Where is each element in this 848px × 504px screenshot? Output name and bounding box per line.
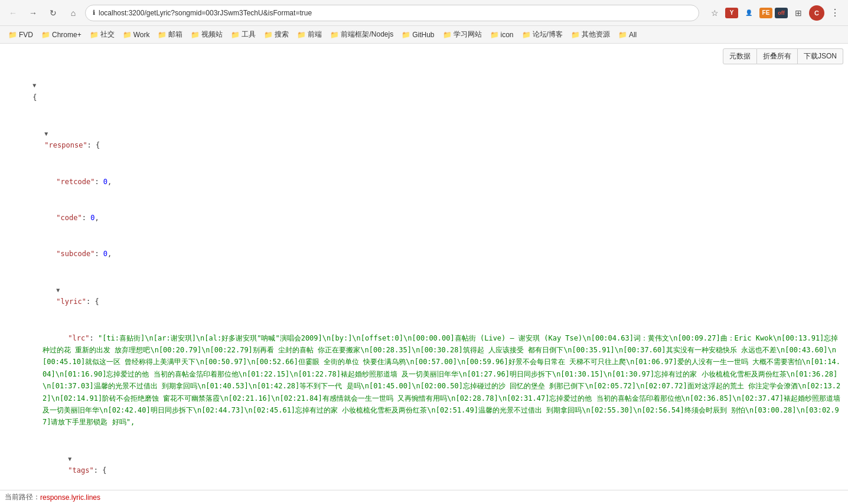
folder-icon: 📁 [191, 31, 200, 39]
bookmark-other[interactable]: 📁 其他资源 [567, 28, 614, 41]
bookmark-label: icon [501, 31, 514, 39]
folder-icon: 📁 [264, 31, 273, 39]
bookmark-label: 学习网站 [454, 30, 482, 40]
metadata-button[interactable]: 元数据 [723, 48, 757, 64]
folder-icon: 📁 [330, 31, 339, 39]
bookmark-label: 其他资源 [582, 30, 610, 40]
bookmark-label: Chrome+ [52, 31, 81, 39]
main-content: 元数据 折叠所有 下载JSON { "response": { "retcode… [0, 44, 848, 504]
json-viewer: { "response": { "retcode": 0, "code": 0,… [0, 44, 848, 504]
folder-icon: 📁 [123, 31, 132, 39]
folder-icon: 📁 [158, 31, 167, 39]
subcode-line: "subcode": 0, [7, 235, 841, 271]
bookmark-star-button[interactable]: ☆ [706, 5, 723, 21]
address-bar[interactable]: ℹ localhost:3200/getLyric?songmid=003rJS… [85, 5, 699, 21]
bookmark-label: 社交 [100, 30, 115, 40]
profile-avatar-button[interactable]: C [809, 5, 824, 21]
bookmark-all[interactable]: 📁 All [615, 30, 640, 40]
bookmark-video[interactable]: 📁 视频站 [187, 28, 226, 41]
root-open: { [7, 67, 841, 116]
fe-ext-button[interactable]: FE [759, 8, 772, 18]
folder-icon: 📁 [41, 31, 50, 39]
folder-icon: 📁 [522, 31, 531, 39]
bookmark-label: 前端框架/Nodejs [341, 30, 393, 40]
response-collapse-arrow[interactable] [44, 129, 53, 139]
bookmark-label: 工具 [242, 30, 256, 40]
bookmark-label: 邮箱 [168, 30, 182, 40]
response-line: "response": { [7, 116, 841, 164]
bookmark-label: FVD [19, 31, 33, 39]
bookmark-label: 搜索 [275, 30, 289, 40]
lrc-line: "lrc": "[ti:喜贴街]\n[ar:谢安琪]\n[al:好多谢安琪"呐喊… [7, 320, 841, 440]
url-text: localhost:3200/getLyric?songmid=003rJSwm… [99, 9, 692, 17]
browser-toolbar: ← → ↻ ⌂ ℹ localhost:3200/getLyric?songmi… [0, 0, 848, 26]
back-button[interactable]: ← [5, 5, 21, 21]
tags-collapse-arrow[interactable] [68, 454, 76, 464]
bookmark-frontend-nodejs[interactable]: 📁 前端框架/Nodejs [327, 28, 397, 41]
bookmark-label: GitHub [412, 31, 434, 39]
bookmark-label: 视频站 [201, 30, 223, 40]
folder-icon: 📁 [231, 31, 240, 39]
retcode-line: "retcode": 0, [7, 163, 841, 199]
bookmark-fvd[interactable]: 📁 FVD [5, 30, 37, 40]
bookmark-icon[interactable]: 📁 icon [487, 30, 517, 40]
lyric-open-line: "lyric": { [7, 272, 841, 320]
status-label: 当前路径： [5, 492, 40, 502]
collapse-all-button[interactable]: 折叠所有 [757, 48, 798, 64]
folder-icon: 📁 [297, 31, 306, 39]
bookmark-label: All [629, 31, 637, 39]
status-bar: 当前路径： response.lyric.lines [0, 490, 848, 504]
folder-icon: 📁 [402, 31, 410, 39]
folder-icon: 📁 [8, 31, 17, 39]
home-button[interactable]: ⌂ [65, 5, 81, 21]
bookmark-label: 前端 [308, 30, 322, 40]
bookmark-learning[interactable]: 📁 学习网站 [439, 28, 485, 41]
menu-button[interactable]: ⋮ [827, 5, 843, 21]
tags-open-line: "tags": { [7, 440, 841, 489]
bookmark-email[interactable]: 📁 邮箱 [154, 28, 186, 41]
lock-icon: ℹ [93, 9, 95, 17]
download-json-button[interactable]: 下载JSON [798, 48, 843, 64]
folder-icon: 📁 [90, 31, 99, 39]
forward-button[interactable]: → [25, 5, 41, 21]
bookmarks-bar: 📁 FVD 📁 Chrome+ 📁 社交 📁 Work 📁 邮箱 📁 视频站 📁… [0, 26, 848, 44]
bookmark-github[interactable]: 📁 GitHub [398, 30, 438, 40]
yandex-ext-button[interactable]: Y [725, 8, 738, 18]
bookmark-forum[interactable]: 📁 论坛/博客 [518, 28, 566, 41]
lyric-collapse-arrow[interactable] [56, 285, 64, 295]
folder-icon: 📁 [490, 31, 499, 39]
bookmark-label: 论坛/博客 [533, 30, 563, 40]
folder-icon: 📁 [443, 31, 452, 39]
extension-button[interactable]: ⊞ [790, 5, 807, 21]
status-value: response.lyric.lines [40, 493, 100, 502]
off-ext-button[interactable]: off [775, 8, 788, 18]
root-collapse-arrow[interactable] [32, 80, 41, 90]
folder-icon: 📁 [618, 31, 627, 39]
browser-actions: ☆ Y 👤 FE off ⊞ C ⋮ [706, 5, 843, 21]
bookmark-frontend[interactable]: 📁 前端 [293, 28, 325, 41]
bookmark-social[interactable]: 📁 社交 [86, 28, 118, 41]
bookmark-work[interactable]: 📁 Work [119, 30, 154, 40]
bookmark-chrome-plus[interactable]: 📁 Chrome+ [38, 30, 85, 40]
bookmark-label: Work [133, 31, 150, 39]
code-line: "code": 0, [7, 199, 841, 235]
folder-icon: 📁 [571, 31, 580, 39]
profile-icon-button[interactable]: 👤 [741, 5, 757, 21]
json-toolbar: 元数据 折叠所有 下载JSON [723, 48, 843, 64]
bookmark-search[interactable]: 📁 搜索 [260, 28, 292, 41]
bookmark-tools[interactable]: 📁 工具 [227, 28, 259, 41]
reload-button[interactable]: ↻ [45, 5, 61, 21]
